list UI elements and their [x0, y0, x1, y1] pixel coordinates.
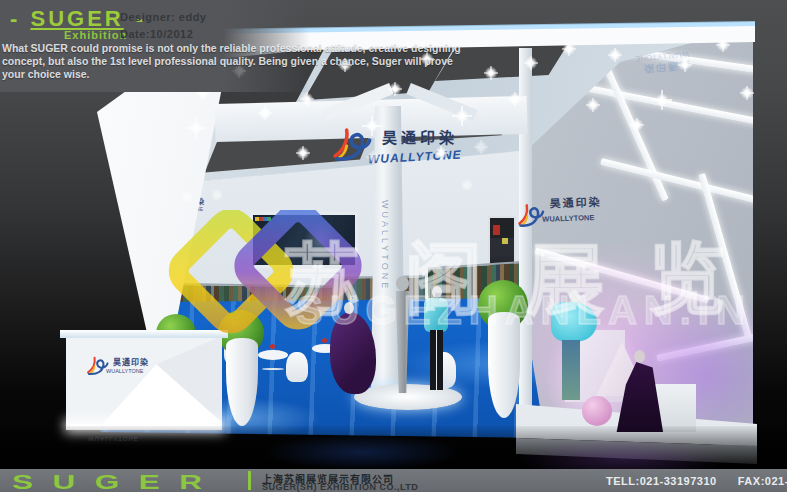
footer-suger-logo: SUGER	[12, 470, 222, 492]
header: - SUGER - Exhibition Designer: eddy Date…	[0, 0, 480, 96]
footer: SUGER 上海苏阁展览展示有限公司 SUGER(SH) EXHIBITION …	[0, 469, 787, 492]
mannequin-cyan-jeans	[562, 340, 580, 400]
booth-brand-english: WUALLYTONE	[88, 436, 178, 442]
display-sphere	[582, 396, 612, 426]
logo-brand-name: SUGER	[30, 6, 123, 31]
booth-brand-english: WUALLYTONE	[542, 213, 594, 224]
mannequin-teal-pants	[430, 330, 443, 390]
date-label: Date:10/2012	[120, 28, 193, 40]
booth-brand-english: WUALLYTONE	[368, 148, 462, 167]
footer-divider	[248, 471, 251, 490]
logo-dash-left: -	[10, 6, 18, 31]
mannequin-teal-head	[432, 286, 442, 298]
planter-vase	[488, 312, 520, 418]
mannequin-gown-head	[634, 350, 645, 363]
booth-brand-chinese: 昊通印染	[113, 356, 149, 367]
tv-colorbar	[255, 217, 271, 221]
footer-company-en: SUGER(SH) EXHIBITION CO.,LTD	[262, 482, 418, 492]
mannequin-teal-jacket	[424, 298, 448, 332]
designer-label: Designer: eddy	[120, 11, 206, 23]
mannequin-seated-purple-head	[344, 302, 354, 314]
desk-brand-reflection: WUALLYTONE	[88, 436, 178, 442]
logo-sub-exhibition: Exhibition	[64, 29, 127, 41]
poster: 昊通印染 WUALLYTONE WUALLYTONE 昊通印染 WUALLYTO…	[0, 0, 787, 492]
booth-brand-english: WUALLYTONE	[106, 368, 143, 374]
booth-brand-logo-desk: 昊通印染 WUALLYTONE	[84, 346, 170, 386]
booth-brand-chinese: 昊通印染	[549, 193, 602, 211]
table-flowers	[270, 344, 275, 349]
tv-screen	[250, 212, 358, 268]
footer-contact: TELL:021-33197310 FAX:021-50345059	[606, 475, 787, 487]
header-description: What SUGER could promise is not only the…	[2, 42, 464, 81]
table-flowers	[322, 338, 327, 343]
booth-brand-logo-right-wall: 昊通印染 WUALLYTONE	[513, 186, 619, 236]
booth-brand-chinese: 昊通印染	[382, 126, 458, 147]
round-table	[258, 350, 288, 360]
mannequin-cyan-top	[551, 302, 597, 342]
column-vertical-brand-text: WUALLYTONE	[380, 200, 390, 350]
lounge-chair	[286, 352, 308, 382]
booth-brand-logo-main: 昊通印染 WUALLYTONE	[328, 118, 468, 166]
mannequin-silver-head	[396, 276, 409, 291]
mannequin-platform	[354, 384, 462, 410]
footer-fax: FAX:021-50345059	[738, 475, 787, 487]
reception-desk-counter	[60, 330, 228, 338]
desk-floor-glow	[70, 424, 220, 429]
footer-tel: TELL:021-33197310	[606, 475, 717, 487]
